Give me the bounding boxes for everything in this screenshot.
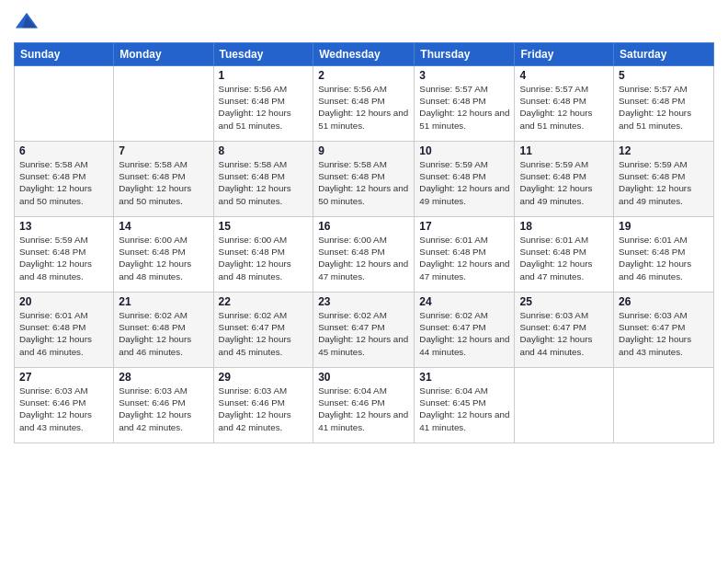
calendar-cell: 1Sunrise: 5:56 AMSunset: 6:48 PMDaylight…	[213, 66, 313, 142]
day-info: Sunrise: 5:56 AMSunset: 6:48 PMDaylight:…	[318, 83, 409, 132]
calendar-cell: 31Sunrise: 6:04 AMSunset: 6:45 PMDayligh…	[415, 368, 515, 443]
day-number: 31	[419, 371, 509, 384]
day-number: 2	[318, 69, 409, 82]
day-number: 23	[318, 295, 409, 308]
day-info: Sunrise: 5:59 AMSunset: 6:48 PMDaylight:…	[519, 158, 609, 207]
calendar: SundayMondayTuesdayWednesdayThursdayFrid…	[14, 42, 714, 443]
weekday-header-sunday: Sunday	[15, 43, 114, 66]
day-number: 10	[419, 144, 509, 157]
day-info: Sunrise: 6:00 AMSunset: 6:48 PMDaylight:…	[318, 234, 409, 282]
day-number: 22	[219, 295, 309, 308]
weekday-header-tuesday: Tuesday	[213, 43, 313, 66]
day-number: 20	[19, 295, 108, 308]
calendar-cell: 14Sunrise: 6:00 AMSunset: 6:48 PMDayligh…	[114, 217, 213, 293]
day-number: 1	[219, 69, 309, 82]
calendar-week-4: 20Sunrise: 6:01 AMSunset: 6:48 PMDayligh…	[15, 293, 714, 368]
calendar-cell: 12Sunrise: 5:59 AMSunset: 6:48 PMDayligh…	[614, 142, 714, 217]
day-info: Sunrise: 6:03 AMSunset: 6:46 PMDaylight:…	[119, 385, 208, 433]
day-info: Sunrise: 5:58 AMSunset: 6:48 PMDaylight:…	[19, 158, 108, 207]
day-info: Sunrise: 5:58 AMSunset: 6:48 PMDaylight:…	[318, 158, 409, 207]
day-info: Sunrise: 6:03 AMSunset: 6:47 PMDaylight:…	[619, 309, 709, 358]
calendar-cell: 21Sunrise: 6:02 AMSunset: 6:48 PMDayligh…	[114, 293, 213, 368]
calendar-week-1: 1Sunrise: 5:56 AMSunset: 6:48 PMDaylight…	[15, 66, 714, 142]
day-number: 25	[519, 295, 609, 308]
day-info: Sunrise: 6:00 AMSunset: 6:48 PMDaylight:…	[219, 234, 309, 282]
calendar-week-3: 13Sunrise: 5:59 AMSunset: 6:48 PMDayligh…	[15, 217, 714, 293]
day-info: Sunrise: 5:56 AMSunset: 6:48 PMDaylight:…	[219, 83, 309, 132]
day-number: 11	[519, 144, 609, 157]
day-info: Sunrise: 6:02 AMSunset: 6:47 PMDaylight:…	[219, 309, 309, 358]
calendar-cell	[515, 368, 614, 443]
day-number: 29	[219, 371, 309, 384]
calendar-cell: 10Sunrise: 5:59 AMSunset: 6:48 PMDayligh…	[415, 142, 515, 217]
weekday-header-saturday: Saturday	[614, 43, 714, 66]
day-info: Sunrise: 6:01 AMSunset: 6:48 PMDaylight:…	[419, 234, 509, 282]
day-info: Sunrise: 6:01 AMSunset: 6:48 PMDaylight:…	[519, 234, 609, 282]
calendar-cell	[614, 368, 714, 443]
day-info: Sunrise: 5:57 AMSunset: 6:48 PMDaylight:…	[619, 83, 709, 132]
day-info: Sunrise: 6:02 AMSunset: 6:47 PMDaylight:…	[318, 309, 409, 358]
day-info: Sunrise: 5:59 AMSunset: 6:48 PMDaylight:…	[619, 158, 709, 207]
day-number: 26	[619, 295, 709, 308]
day-info: Sunrise: 6:00 AMSunset: 6:48 PMDaylight:…	[119, 234, 208, 282]
day-number: 6	[19, 144, 108, 157]
day-number: 19	[619, 220, 709, 233]
day-info: Sunrise: 5:59 AMSunset: 6:48 PMDaylight:…	[19, 234, 108, 282]
calendar-cell: 28Sunrise: 6:03 AMSunset: 6:46 PMDayligh…	[114, 368, 213, 443]
day-number: 9	[318, 144, 409, 157]
page: SundayMondayTuesdayWednesdayThursdayFrid…	[0, 0, 728, 563]
day-number: 5	[619, 69, 709, 82]
day-info: Sunrise: 6:04 AMSunset: 6:46 PMDaylight:…	[318, 385, 409, 433]
day-number: 7	[119, 144, 208, 157]
day-number: 4	[519, 69, 609, 82]
day-info: Sunrise: 6:02 AMSunset: 6:47 PMDaylight:…	[419, 309, 509, 358]
header	[14, 9, 714, 35]
calendar-cell: 3Sunrise: 5:57 AMSunset: 6:48 PMDaylight…	[415, 66, 515, 142]
calendar-cell: 22Sunrise: 6:02 AMSunset: 6:47 PMDayligh…	[213, 293, 313, 368]
day-info: Sunrise: 6:01 AMSunset: 6:48 PMDaylight:…	[619, 234, 709, 282]
day-info: Sunrise: 6:03 AMSunset: 6:47 PMDaylight:…	[519, 309, 609, 358]
calendar-cell: 29Sunrise: 6:03 AMSunset: 6:46 PMDayligh…	[213, 368, 313, 443]
calendar-cell: 8Sunrise: 5:58 AMSunset: 6:48 PMDaylight…	[213, 142, 313, 217]
day-info: Sunrise: 5:57 AMSunset: 6:48 PMDaylight:…	[419, 83, 509, 132]
calendar-cell: 25Sunrise: 6:03 AMSunset: 6:47 PMDayligh…	[515, 293, 614, 368]
day-number: 27	[19, 371, 108, 384]
day-info: Sunrise: 6:03 AMSunset: 6:46 PMDaylight:…	[219, 385, 309, 433]
calendar-cell: 7Sunrise: 5:58 AMSunset: 6:48 PMDaylight…	[114, 142, 213, 217]
calendar-cell: 16Sunrise: 6:00 AMSunset: 6:48 PMDayligh…	[313, 217, 415, 293]
day-number: 15	[219, 220, 309, 233]
calendar-cell: 20Sunrise: 6:01 AMSunset: 6:48 PMDayligh…	[15, 293, 114, 368]
day-info: Sunrise: 5:59 AMSunset: 6:48 PMDaylight:…	[419, 158, 509, 207]
day-info: Sunrise: 6:02 AMSunset: 6:48 PMDaylight:…	[119, 309, 208, 358]
calendar-cell: 11Sunrise: 5:59 AMSunset: 6:48 PMDayligh…	[515, 142, 614, 217]
weekday-header-wednesday: Wednesday	[313, 43, 415, 66]
weekday-header-monday: Monday	[114, 43, 213, 66]
calendar-cell: 15Sunrise: 6:00 AMSunset: 6:48 PMDayligh…	[213, 217, 313, 293]
calendar-cell: 17Sunrise: 6:01 AMSunset: 6:48 PMDayligh…	[415, 217, 515, 293]
calendar-cell	[114, 66, 213, 142]
calendar-cell: 23Sunrise: 6:02 AMSunset: 6:47 PMDayligh…	[313, 293, 415, 368]
day-number: 18	[519, 220, 609, 233]
calendar-cell: 2Sunrise: 5:56 AMSunset: 6:48 PMDaylight…	[313, 66, 415, 142]
logo-icon	[14, 9, 40, 35]
calendar-cell: 6Sunrise: 5:58 AMSunset: 6:48 PMDaylight…	[15, 142, 114, 217]
day-number: 17	[419, 220, 509, 233]
day-info: Sunrise: 6:04 AMSunset: 6:45 PMDaylight:…	[419, 385, 509, 433]
calendar-cell: 5Sunrise: 5:57 AMSunset: 6:48 PMDaylight…	[614, 66, 714, 142]
calendar-cell: 27Sunrise: 6:03 AMSunset: 6:46 PMDayligh…	[15, 368, 114, 443]
day-number: 21	[119, 295, 208, 308]
calendar-cell: 19Sunrise: 6:01 AMSunset: 6:48 PMDayligh…	[614, 217, 714, 293]
calendar-cell	[15, 66, 114, 142]
day-info: Sunrise: 5:58 AMSunset: 6:48 PMDaylight:…	[119, 158, 208, 207]
logo	[14, 9, 43, 35]
calendar-cell: 9Sunrise: 5:58 AMSunset: 6:48 PMDaylight…	[313, 142, 415, 217]
day-info: Sunrise: 6:03 AMSunset: 6:46 PMDaylight:…	[19, 385, 108, 433]
calendar-cell: 18Sunrise: 6:01 AMSunset: 6:48 PMDayligh…	[515, 217, 614, 293]
calendar-cell: 26Sunrise: 6:03 AMSunset: 6:47 PMDayligh…	[614, 293, 714, 368]
day-info: Sunrise: 5:57 AMSunset: 6:48 PMDaylight:…	[519, 83, 609, 132]
day-number: 30	[318, 371, 409, 384]
calendar-cell: 4Sunrise: 5:57 AMSunset: 6:48 PMDaylight…	[515, 66, 614, 142]
day-number: 16	[318, 220, 409, 233]
calendar-cell: 13Sunrise: 5:59 AMSunset: 6:48 PMDayligh…	[15, 217, 114, 293]
calendar-week-2: 6Sunrise: 5:58 AMSunset: 6:48 PMDaylight…	[15, 142, 714, 217]
